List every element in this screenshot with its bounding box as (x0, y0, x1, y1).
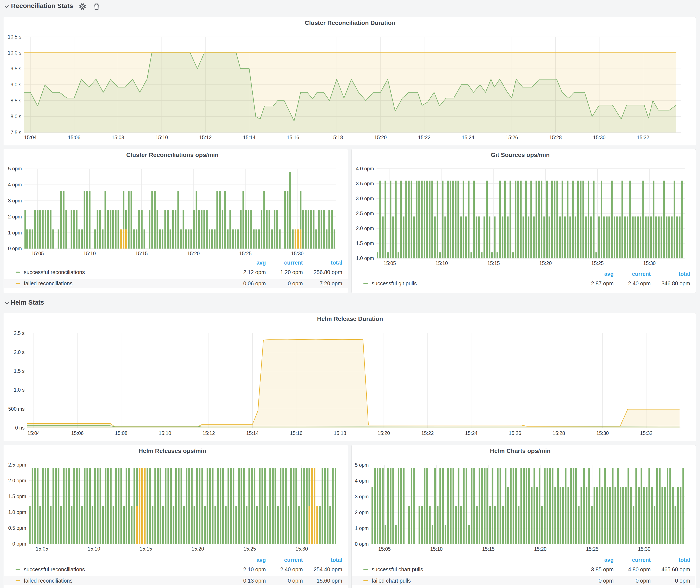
svg-text:15:04: 15:04 (24, 135, 37, 140)
svg-text:failed chart pulls: failed chart pulls (372, 578, 411, 584)
svg-text:7.5 s: 7.5 s (10, 130, 21, 135)
svg-text:3.85 opm: 3.85 opm (591, 566, 613, 572)
svg-text:2.0 opm: 2.0 opm (8, 478, 26, 483)
svg-text:0 ns: 0 ns (15, 425, 24, 431)
svg-text:15:05: 15:05 (36, 546, 48, 552)
svg-text:8.5 s: 8.5 s (10, 98, 21, 103)
svg-text:15:08: 15:08 (115, 430, 127, 436)
svg-text:15:15: 15:15 (482, 546, 495, 552)
svg-text:0 opm: 0 opm (635, 578, 650, 584)
svg-text:15:06: 15:06 (68, 135, 80, 140)
svg-text:1 opm: 1 opm (355, 525, 369, 531)
svg-text:Helm Release Duration: Helm Release Duration (317, 315, 383, 322)
svg-text:15:05: 15:05 (383, 260, 396, 266)
svg-text:15:10: 15:10 (435, 260, 448, 266)
svg-text:15:15: 15:15 (135, 251, 148, 256)
svg-text:15:25: 15:25 (244, 546, 256, 552)
svg-text:failed reconciliations: failed reconciliations (24, 578, 73, 584)
svg-text:4.80 opm: 4.80 opm (628, 566, 650, 572)
svg-text:avg: avg (256, 557, 266, 563)
svg-text:15:30: 15:30 (593, 135, 606, 140)
svg-text:15:20: 15:20 (539, 260, 552, 266)
svg-text:15:16: 15:16 (287, 135, 299, 140)
svg-text:2.12 opm: 2.12 opm (243, 269, 266, 275)
svg-text:0 opm: 0 opm (12, 541, 26, 547)
svg-text:15:32: 15:32 (640, 430, 653, 436)
svg-text:1.0 opm: 1.0 opm (356, 255, 374, 261)
svg-text:15:20: 15:20 (192, 546, 204, 552)
svg-text:0.13 opm: 0.13 opm (243, 578, 266, 584)
svg-text:15:12: 15:12 (199, 135, 212, 140)
svg-text:15:22: 15:22 (421, 430, 434, 436)
svg-text:3 opm: 3 opm (355, 494, 369, 499)
svg-text:total: total (331, 557, 342, 563)
svg-text:3.0 opm: 3.0 opm (356, 196, 374, 201)
svg-text:15:28: 15:28 (552, 430, 565, 436)
svg-text:15:28: 15:28 (549, 135, 562, 140)
svg-text:15:30: 15:30 (291, 251, 304, 256)
svg-text:15:04: 15:04 (27, 430, 40, 436)
svg-text:15:18: 15:18 (330, 135, 343, 140)
svg-text:1.20 opm: 1.20 opm (280, 269, 303, 275)
svg-text:15:15: 15:15 (140, 546, 152, 552)
svg-text:15:14: 15:14 (243, 135, 255, 140)
svg-text:346.80 opm: 346.80 opm (661, 280, 690, 286)
svg-text:10.0 s: 10.0 s (8, 50, 21, 56)
svg-text:1 opm: 1 opm (8, 230, 22, 236)
svg-text:15:15: 15:15 (487, 260, 500, 266)
svg-text:1.0 opm: 1.0 opm (8, 509, 26, 515)
svg-text:2.0 opm: 2.0 opm (356, 226, 374, 231)
svg-text:10.5 s: 10.5 s (8, 34, 21, 40)
svg-text:Cluster Reconciliation Duratio: Cluster Reconciliation Duration (305, 19, 395, 26)
svg-text:total: total (679, 557, 690, 563)
svg-text:15:30: 15:30 (638, 546, 650, 552)
svg-text:9.0 s: 9.0 s (10, 82, 21, 87)
svg-text:0 opm: 0 opm (288, 578, 303, 584)
svg-text:0 opm: 0 opm (288, 280, 303, 286)
svg-text:15:06: 15:06 (71, 430, 84, 436)
svg-text:successful git pulls: successful git pulls (372, 280, 417, 286)
svg-text:total: total (679, 271, 690, 277)
svg-text:successful reconciliations: successful reconciliations (24, 269, 85, 275)
svg-text:15:25: 15:25 (239, 251, 252, 256)
svg-text:15:26: 15:26 (509, 430, 521, 436)
svg-text:5 opm: 5 opm (355, 462, 369, 468)
svg-text:15.60 opm: 15.60 opm (317, 578, 342, 584)
svg-text:0 opm: 0 opm (355, 541, 369, 547)
svg-text:avg: avg (604, 271, 613, 277)
svg-text:successful chart pulls: successful chart pulls (372, 566, 423, 572)
svg-text:15:10: 15:10 (88, 546, 100, 552)
svg-text:15:16: 15:16 (290, 430, 302, 436)
svg-text:2 opm: 2 opm (8, 214, 22, 220)
svg-text:7.20 opm: 7.20 opm (320, 280, 342, 286)
svg-text:5 opm: 5 opm (8, 166, 22, 171)
svg-text:2.5 s: 2.5 s (14, 330, 24, 336)
svg-text:15:25: 15:25 (586, 546, 598, 552)
svg-text:15:08: 15:08 (112, 135, 124, 140)
svg-text:15:10: 15:10 (83, 251, 96, 256)
svg-text:15:20: 15:20 (377, 430, 390, 436)
svg-text:256.80 opm: 256.80 opm (314, 269, 342, 275)
svg-text:4.0 opm: 4.0 opm (356, 166, 374, 171)
svg-text:465.60 opm: 465.60 opm (661, 566, 690, 572)
svg-text:15:30: 15:30 (295, 546, 308, 552)
svg-text:2.40 opm: 2.40 opm (280, 566, 303, 572)
svg-text:15:20: 15:20 (187, 251, 200, 256)
svg-text:9.5 s: 9.5 s (10, 66, 21, 71)
svg-text:2.10 opm: 2.10 opm (243, 566, 266, 572)
svg-text:15:05: 15:05 (31, 251, 44, 256)
svg-text:Git Sources ops/min: Git Sources ops/min (491, 152, 550, 158)
svg-text:Helm Charts ops/min: Helm Charts ops/min (490, 447, 550, 454)
svg-text:4 opm: 4 opm (8, 182, 22, 187)
svg-text:1.5 s: 1.5 s (14, 368, 24, 374)
svg-text:15:22: 15:22 (418, 135, 431, 140)
svg-text:2.5 opm: 2.5 opm (356, 211, 374, 216)
svg-text:15:10: 15:10 (430, 546, 443, 552)
svg-text:15:24: 15:24 (465, 430, 477, 436)
svg-text:254.40 opm: 254.40 opm (314, 566, 342, 572)
svg-text:2 opm: 2 opm (355, 510, 369, 515)
svg-text:15:24: 15:24 (462, 135, 474, 140)
svg-text:15:05: 15:05 (378, 546, 391, 552)
svg-text:8.0 s: 8.0 s (10, 114, 21, 119)
svg-text:Cluster Reconciliations ops/mi: Cluster Reconciliations ops/min (126, 152, 218, 158)
